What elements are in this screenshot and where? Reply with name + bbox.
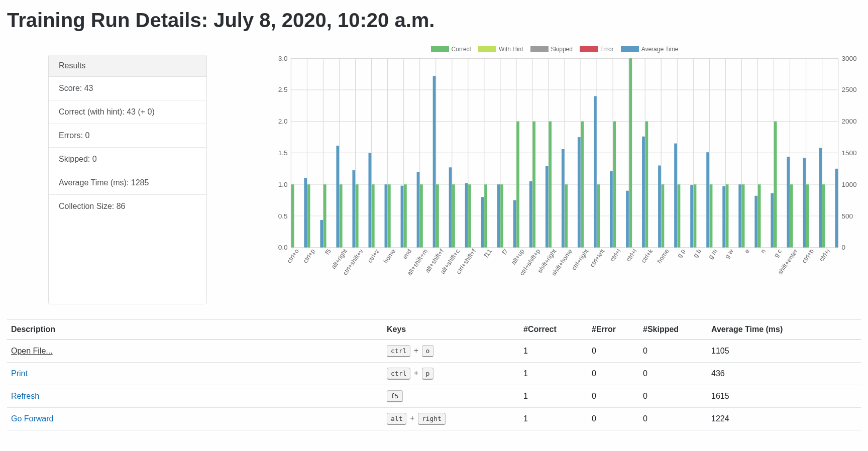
cell-correct: 1 [519, 385, 588, 408]
table-row: Refreshf51001615 [7, 385, 861, 408]
svg-rect-77 [629, 58, 632, 248]
results-item: Errors: 0 [49, 124, 206, 148]
th-keys: Keys [383, 320, 519, 340]
svg-text:end: end [401, 248, 413, 260]
cell-skipped: 0 [639, 408, 707, 430]
svg-text:g p: g p [676, 248, 686, 259]
svg-rect-72 [549, 122, 552, 248]
legend-error[interactable]: Error [580, 46, 614, 53]
key-badge: ctrl [387, 368, 410, 380]
cell-skipped: 0 [639, 340, 707, 363]
svg-rect-117 [738, 184, 741, 248]
results-card-header: Results [49, 55, 206, 77]
svg-text:ctrl+b: ctrl+b [801, 248, 815, 264]
svg-text:ctrl+o: ctrl+o [286, 248, 300, 264]
svg-rect-113 [674, 144, 677, 248]
svg-rect-89 [822, 184, 825, 248]
svg-text:home: home [382, 248, 397, 265]
page-title: Training Run Details: July 8, 2020, 10:2… [7, 9, 861, 32]
th-skipped: #Skipped [639, 320, 707, 340]
svg-text:g w: g w [723, 247, 735, 260]
svg-text:n: n [759, 248, 767, 255]
svg-rect-78 [645, 122, 648, 248]
key-badge: right [418, 413, 446, 425]
keys-cell: ctrl + o [383, 340, 519, 363]
legend-label: With Hint [499, 46, 523, 53]
cell-error: 0 [588, 363, 639, 385]
svg-rect-102 [497, 184, 500, 248]
svg-rect-59 [340, 184, 343, 248]
shortcut-link[interactable]: Open File... [11, 347, 53, 355]
key-badge: f5 [387, 390, 403, 402]
results-item: Score: 43 [49, 77, 206, 100]
svg-rect-123 [835, 169, 838, 248]
svg-text:ctrl+i: ctrl+i [818, 248, 831, 263]
svg-rect-96 [401, 186, 404, 248]
svg-text:f11: f11 [483, 248, 493, 259]
svg-rect-107 [578, 137, 581, 248]
cell-skipped: 0 [639, 385, 707, 408]
svg-rect-97 [417, 172, 420, 248]
svg-rect-98 [433, 76, 436, 248]
bar-chart: 0.00.51.01.52.02.53.00500100015002000250… [268, 54, 861, 304]
shortcut-link[interactable]: Print [11, 369, 28, 378]
legend-correct[interactable]: Correct [431, 46, 471, 53]
svg-rect-74 [581, 122, 584, 248]
svg-text:2000: 2000 [841, 118, 857, 125]
svg-rect-69 [500, 184, 503, 248]
legend-avg-time[interactable]: Average Time [621, 46, 679, 53]
svg-rect-100 [465, 183, 468, 248]
results-item: Correct (with hint): 43 (+ 0) [49, 100, 206, 124]
svg-text:ctrl+p: ctrl+p [302, 248, 316, 264]
legend-with-hint[interactable]: With Hint [478, 46, 523, 53]
svg-rect-56 [291, 184, 294, 248]
svg-rect-82 [710, 184, 713, 248]
svg-rect-61 [372, 184, 375, 248]
cell-error: 0 [588, 408, 639, 430]
legend-label: Average Time [641, 46, 679, 53]
cell-error: 0 [588, 385, 639, 408]
table-row: Open File...ctrl + o1001105 [7, 340, 861, 363]
svg-rect-94 [368, 153, 371, 247]
cell-avg_time: 436 [707, 363, 861, 385]
svg-rect-86 [774, 122, 777, 248]
svg-rect-73 [565, 184, 568, 248]
legend-skipped[interactable]: Skipped [530, 46, 573, 53]
keys-cell: ctrl + p [383, 363, 519, 385]
shortcut-link[interactable]: Go Forward [11, 414, 53, 423]
svg-text:0: 0 [841, 244, 845, 251]
svg-text:2.5: 2.5 [278, 86, 288, 93]
svg-rect-57 [307, 184, 310, 248]
svg-text:ctrl+right: ctrl+right [570, 248, 590, 272]
legend-label: Correct [452, 46, 471, 53]
svg-text:1000: 1000 [841, 181, 857, 188]
svg-rect-95 [385, 184, 388, 248]
legend-label: Skipped [551, 46, 573, 53]
svg-rect-60 [356, 184, 359, 248]
svg-rect-118 [754, 196, 757, 248]
cell-correct: 1 [519, 363, 588, 385]
th-correct: #Correct [519, 320, 588, 340]
svg-rect-114 [690, 185, 693, 247]
shortcut-link[interactable]: Refresh [11, 392, 39, 400]
svg-rect-75 [597, 184, 600, 248]
svg-text:2500: 2500 [841, 86, 857, 93]
svg-text:ctrl+l: ctrl+l [625, 248, 638, 263]
svg-text:0.5: 0.5 [278, 212, 288, 220]
th-avg-time: Average Time (ms) [707, 320, 861, 340]
cell-correct: 1 [519, 340, 588, 363]
legend-label: Error [600, 46, 614, 53]
svg-text:ctrl+left: ctrl+left [589, 248, 606, 269]
svg-rect-67 [468, 184, 471, 248]
svg-rect-71 [532, 122, 535, 248]
svg-text:ctrl+l: ctrl+l [609, 248, 622, 263]
svg-text:g b: g b [692, 248, 702, 259]
svg-rect-120 [787, 157, 790, 248]
svg-rect-116 [722, 186, 725, 248]
svg-text:500: 500 [841, 212, 853, 220]
swatch-correct-icon [431, 46, 449, 52]
svg-rect-93 [352, 170, 355, 248]
svg-text:e: e [743, 248, 750, 255]
details-table: Description Keys #Correct #Error #Skippe… [7, 319, 861, 430]
svg-rect-62 [388, 184, 391, 248]
